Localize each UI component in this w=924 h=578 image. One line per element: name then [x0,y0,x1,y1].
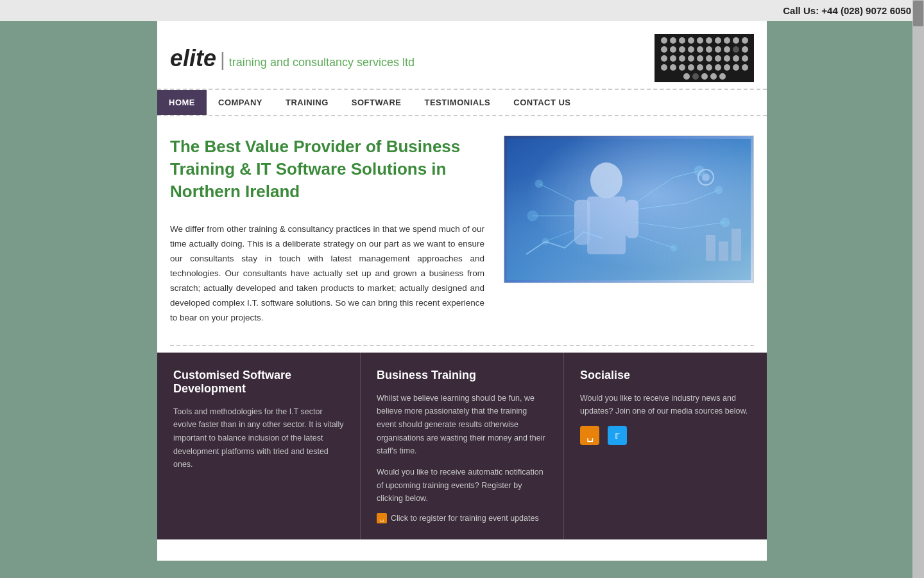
panel-socialise-body: Would you like to receive industry news … [580,392,751,418]
dot [715,46,721,53]
panel-training-title: Business Training [377,369,547,382]
dot [742,37,748,44]
dot [688,37,694,44]
dot [679,46,685,53]
dot [733,64,739,71]
panel-training-body1: Whilst we believe learning should be fun… [377,392,547,458]
logo-separator: | [220,49,225,71]
panel-training: Business Training Whilst we believe lear… [361,353,564,539]
dot [742,64,748,71]
dot [724,55,730,62]
dot [742,46,748,53]
logo-area: elite | training and consultancy service… [170,45,415,72]
hero-section: The Best Value Provider of Business Trai… [157,116,767,338]
dot [688,64,694,71]
rss-icon[interactable]: ␣ [580,426,599,445]
dot [661,37,667,44]
scrollbar-thumb[interactable] [913,1,923,26]
bottom-panels: Customised Software Development Tools an… [157,353,767,539]
main-container: elite | training and consultancy service… [157,21,767,561]
dot [733,55,739,62]
nav-bar: HOME COMPANY TRAINING SOFTWARE TESTIMONI… [157,90,767,116]
dot [697,37,703,44]
dot [733,46,739,53]
nav-home[interactable]: HOME [157,90,207,115]
dot [724,46,730,53]
dot [688,46,694,53]
dot [706,55,712,62]
phone-label: Call Us: +44 (028) 9072 6050 [783,5,911,16]
twitter-icon[interactable]: 𝕣 [608,426,627,445]
page-wrapper: Call Us: +44 (028) 9072 6050 elite | tra… [0,0,924,578]
dot [697,55,703,62]
panel-software-body: Tools and methodologies for the I.T sect… [173,405,344,471]
nav-company[interactable]: COMPANY [207,90,274,115]
hero-text: The Best Value Provider of Business Trai… [170,136,484,326]
hero-image-overlay [504,136,753,283]
dot [724,64,730,71]
panel-software: Customised Software Development Tools an… [157,353,361,539]
panel-training-body2: Would you like to receive automatic noti… [377,466,547,505]
dot [742,55,748,62]
hero-image [504,136,754,283]
dot [710,73,717,80]
hero-heading: The Best Value Provider of Business Trai… [170,136,484,203]
dot [670,46,676,53]
section-divider [170,345,754,346]
dot [733,37,739,44]
nav-testimonials[interactable]: TESTIMONIALS [413,90,502,115]
dot [679,37,685,44]
panel-socialise-title: Socialise [580,369,751,382]
rss-training-link-label: Click to register for training event upd… [391,514,539,523]
panel-software-title: Customised Software Development [173,369,344,396]
dot [688,55,694,62]
panel-socialise: Socialise Would you like to receive indu… [564,353,767,539]
rss-small-icon: ␣ [377,513,387,523]
dot [679,55,685,62]
dot-grid-logo [654,34,754,82]
dot [706,37,712,44]
dot [670,37,676,44]
dot [715,64,721,71]
dot [679,64,685,71]
dot [724,37,730,44]
nav-software[interactable]: SOFTWARE [340,90,413,115]
dot [661,64,667,71]
nav-contact[interactable]: CONTACT US [502,90,582,115]
dot [670,64,676,71]
dot [719,73,726,80]
dot [683,73,690,80]
logo-tagline: training and consultancy services ltd [229,56,415,69]
dot [670,55,676,62]
dot [661,55,667,62]
header: elite | training and consultancy service… [157,21,767,90]
nav-training[interactable]: TRAINING [274,90,340,115]
dot [697,46,703,53]
dot [697,64,703,71]
hero-body: We differ from other training & consulta… [170,222,484,326]
dot [661,46,667,53]
rss-training-link[interactable]: ␣ Click to register for training event u… [377,513,547,523]
dot [701,73,708,80]
top-bar: Call Us: +44 (028) 9072 6050 [0,0,924,21]
social-icons-row: ␣ 𝕣 [580,426,751,445]
scrollbar[interactable] [912,0,924,578]
dot [706,46,712,53]
dot [715,55,721,62]
logo-elite: elite [170,45,216,72]
dot [706,64,712,71]
dot [692,73,699,80]
dot [715,37,721,44]
